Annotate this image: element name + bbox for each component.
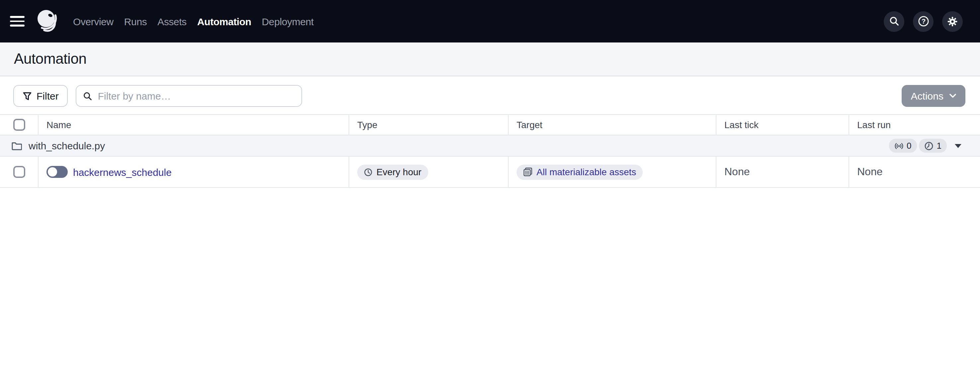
sensor-count: 0	[907, 141, 911, 151]
name-cell: hackernews_schedule	[38, 157, 348, 187]
asset-group-icon	[523, 167, 533, 177]
svg-text:?: ?	[921, 17, 925, 25]
toggle-knob	[48, 167, 57, 177]
actions-button-label: Actions	[911, 90, 943, 102]
select-all-checkbox[interactable]	[13, 119, 25, 131]
last-tick-value: None	[716, 157, 848, 187]
target-cell: All materializable assets	[508, 157, 716, 187]
nav-overview[interactable]: Overview	[73, 16, 113, 27]
table-header-row: Name Type Target Last tick Last run	[0, 114, 980, 135]
page-title: Automation	[14, 51, 87, 68]
col-header-last-tick: Last tick	[716, 115, 848, 135]
main-nav: Overview Runs Assets Automation Deployme…	[73, 16, 314, 27]
filter-funnel-icon	[22, 91, 32, 100]
group-name: with_schedule.py	[29, 140, 105, 151]
target-label: All materializable assets	[536, 167, 636, 177]
hamburger-menu-icon[interactable]	[7, 11, 27, 31]
col-header-type: Type	[348, 115, 508, 135]
clock-icon	[364, 168, 372, 176]
sensor-count-badge: 0	[889, 139, 916, 153]
settings-gear-icon[interactable]	[942, 11, 963, 32]
nav-deployment[interactable]: Deployment	[262, 16, 314, 27]
topbar-actions: ?	[884, 11, 963, 32]
schedule-count-badge: 1	[919, 139, 947, 153]
target-badge[interactable]: All materializable assets	[517, 164, 643, 180]
type-cell: Every hour	[348, 157, 508, 187]
clock-icon	[924, 141, 934, 150]
group-row-badges: 0 1	[889, 139, 961, 153]
name-filter-input[interactable]	[98, 90, 295, 102]
page-title-band: Automation	[0, 43, 980, 76]
schedule-type-badge: Every hour	[357, 164, 428, 180]
filter-button-label: Filter	[37, 90, 59, 102]
actions-button[interactable]: Actions	[902, 85, 966, 107]
name-filter-field[interactable]	[76, 85, 302, 107]
chevron-down-icon	[950, 94, 956, 98]
filter-button[interactable]: Filter	[13, 85, 68, 107]
col-header-target: Target	[508, 115, 716, 135]
col-header-name: Name	[38, 115, 348, 135]
schedule-count: 1	[937, 141, 942, 151]
automation-table: Name Type Target Last tick Last run with…	[0, 114, 980, 188]
row-checkbox[interactable]	[13, 166, 25, 178]
help-icon[interactable]: ?	[913, 11, 934, 32]
nav-automation[interactable]: Automation	[197, 16, 251, 27]
col-header-last-run: Last run	[848, 115, 980, 135]
schedule-enable-toggle[interactable]	[46, 166, 68, 178]
schedule-type-label: Every hour	[377, 167, 421, 177]
top-navigation-bar: Overview Runs Assets Automation Deployme…	[0, 0, 980, 43]
last-run-value: None	[848, 157, 980, 187]
search-icon[interactable]	[884, 11, 904, 32]
expand-caret-icon[interactable]	[955, 144, 961, 148]
search-icon	[83, 91, 92, 100]
schedule-name-link[interactable]: hackernews_schedule	[73, 166, 172, 178]
table-row: hackernews_schedule Every hour	[0, 157, 980, 188]
group-row-with-schedule[interactable]: with_schedule.py 0	[0, 135, 980, 157]
sensor-icon	[894, 141, 903, 150]
toolbar: Filter Actions	[0, 76, 980, 114]
folder-icon	[11, 141, 22, 150]
nav-assets[interactable]: Assets	[158, 16, 186, 27]
dagster-logo-icon[interactable]	[36, 6, 61, 36]
automation-page: Overview Runs Assets Automation Deployme…	[0, 0, 980, 377]
nav-runs[interactable]: Runs	[124, 16, 147, 27]
